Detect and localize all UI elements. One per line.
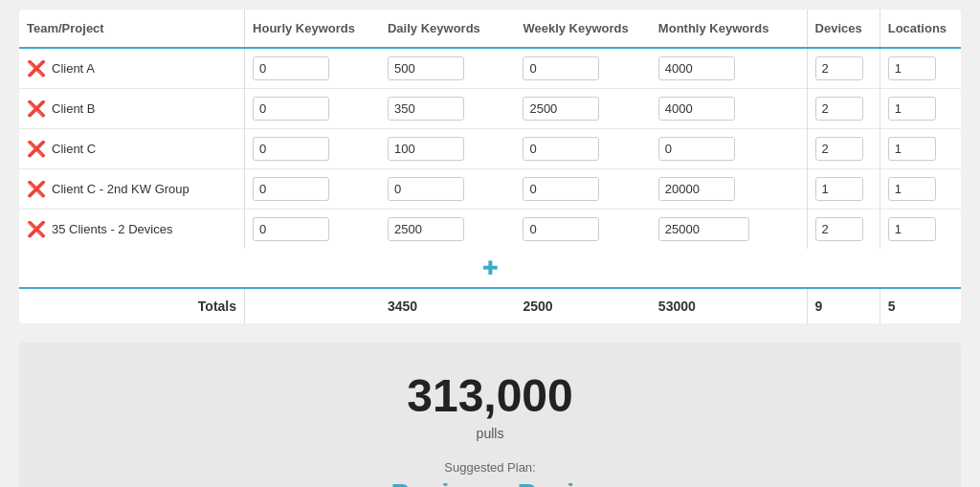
locations-cell (880, 89, 961, 129)
header-hourly: Hourly Keywords (245, 10, 380, 48)
devices-cell (807, 210, 880, 250)
locations-input[interactable] (888, 56, 936, 80)
locations-cell (880, 169, 961, 210)
table-row: ❌ Client B (19, 89, 961, 129)
locations-input[interactable] (888, 177, 936, 201)
devices-input[interactable] (815, 217, 863, 241)
hourly-input[interactable] (253, 56, 329, 80)
weekly-input[interactable] (523, 56, 599, 80)
plan-name: Business Basic (38, 478, 942, 487)
daily-input[interactable] (388, 137, 464, 161)
locations-input[interactable] (888, 137, 936, 161)
hourly-input[interactable] (253, 137, 329, 161)
monthly-input[interactable] (658, 137, 735, 161)
monthly-cell (651, 210, 807, 250)
hourly-cell (245, 48, 380, 89)
keywords-table: Team/Project Hourly Keywords Daily Keywo… (19, 10, 961, 323)
weekly-input[interactable] (523, 137, 599, 161)
table-container: Team/Project Hourly Keywords Daily Keywo… (19, 10, 961, 323)
totals-locations: 5 (880, 288, 961, 323)
monthly-input[interactable] (658, 217, 749, 241)
header-daily: Daily Keywords (380, 10, 515, 48)
weekly-cell (515, 89, 650, 129)
header-devices: Devices (807, 10, 880, 48)
hourly-cell (245, 210, 380, 250)
weekly-cell (515, 48, 650, 89)
devices-input[interactable] (815, 177, 863, 201)
remove-row-button[interactable]: ❌ (27, 101, 46, 117)
devices-input[interactable] (815, 97, 863, 121)
table-row: ❌ Client C - 2nd KW Group (19, 169, 961, 210)
suggested-label: Suggested Plan: (38, 460, 942, 475)
add-row-cell: ✚ (19, 249, 961, 288)
weekly-input[interactable] (523, 217, 599, 241)
remove-row-button[interactable]: ❌ (27, 142, 46, 157)
locations-cell (880, 48, 961, 89)
team-name: 35 Clients - 2 Devices (52, 222, 172, 236)
team-name: Client C (52, 142, 96, 156)
team-name: Client A (52, 61, 95, 76)
remove-row-button[interactable]: ❌ (27, 182, 46, 197)
devices-cell (807, 129, 880, 169)
monthly-cell (651, 48, 807, 89)
weekly-cell (515, 210, 650, 250)
monthly-cell (651, 129, 807, 169)
devices-cell (807, 89, 880, 129)
totals-weekly: 2500 (515, 288, 650, 323)
add-row-button[interactable]: ✚ (482, 256, 499, 279)
daily-cell (380, 48, 515, 89)
pulls-number: 313,000 (38, 371, 942, 422)
table-row: ❌ 35 Clients - 2 Devices (19, 210, 961, 250)
header-team: Team/Project (19, 10, 245, 48)
monthly-input[interactable] (658, 97, 735, 121)
daily-cell (380, 210, 515, 250)
header-weekly: Weekly Keywords (515, 10, 650, 48)
weekly-cell (515, 169, 650, 210)
devices-input[interactable] (815, 137, 863, 161)
table-row: ❌ Client A (19, 48, 961, 89)
monthly-cell (651, 169, 807, 210)
totals-row: Totals 3450 2500 53000 9 5 (19, 288, 961, 323)
locations-cell (880, 210, 961, 250)
team-cell: ❌ Client B (19, 89, 245, 129)
totals-monthly: 53000 (651, 288, 807, 323)
daily-input[interactable] (388, 177, 464, 201)
totals-devices: 9 (807, 288, 880, 323)
weekly-input[interactable] (523, 177, 599, 201)
monthly-cell (651, 89, 807, 129)
monthly-input[interactable] (658, 56, 735, 80)
remove-row-button[interactable]: ❌ (27, 61, 46, 77)
hourly-input[interactable] (253, 217, 329, 241)
weekly-input[interactable] (523, 97, 599, 121)
locations-input[interactable] (888, 217, 936, 241)
table-row: ❌ Client C (19, 129, 961, 169)
hourly-input[interactable] (253, 177, 329, 201)
monthly-input[interactable] (658, 177, 735, 201)
team-name: Client B (52, 101, 96, 116)
header-monthly: Monthly Keywords (651, 10, 807, 48)
devices-cell (807, 169, 880, 210)
team-cell: ❌ Client C (19, 129, 245, 169)
devices-input[interactable] (815, 56, 863, 80)
daily-input[interactable] (388, 97, 464, 121)
daily-input[interactable] (388, 56, 464, 80)
team-name: Client C - 2nd KW Group (52, 182, 189, 196)
team-cell: ❌ Client C - 2nd KW Group (19, 169, 245, 210)
hourly-cell (245, 169, 380, 210)
daily-cell (380, 89, 515, 129)
remove-row-button[interactable]: ❌ (27, 222, 46, 237)
page-wrapper: Team/Project Hourly Keywords Daily Keywo… (0, 0, 980, 487)
hourly-cell (245, 129, 380, 169)
daily-cell (380, 129, 515, 169)
locations-input[interactable] (888, 97, 936, 121)
summary-box: 313,000 pulls Suggested Plan: Business B… (19, 343, 961, 487)
team-cell: ❌ 35 Clients - 2 Devices (19, 210, 245, 250)
devices-cell (807, 48, 880, 89)
daily-cell (380, 169, 515, 210)
hourly-input[interactable] (253, 97, 329, 121)
totals-daily: 3450 (380, 288, 515, 323)
daily-input[interactable] (388, 217, 464, 241)
totals-hourly (245, 288, 380, 323)
hourly-cell (245, 89, 380, 129)
totals-label: Totals (19, 288, 245, 323)
